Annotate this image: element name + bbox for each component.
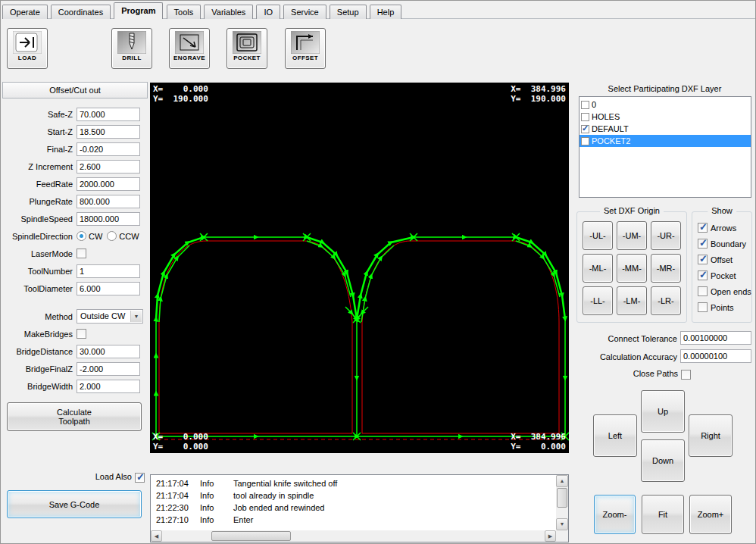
pan-down-button[interactable]: Down	[641, 439, 685, 482]
tab-service[interactable]: Service	[283, 5, 326, 19]
log-horizontal-scrollbar[interactable]: ◀ ▶	[151, 530, 556, 542]
layer-default-checkbox[interactable]	[581, 125, 589, 133]
plungerate-row: PlungeRate	[1, 192, 149, 210]
show-boundary-checkbox[interactable]	[698, 239, 708, 249]
origin-mr-button[interactable]: -MR-	[651, 254, 681, 283]
connect-tolerance-input[interactable]	[680, 331, 751, 345]
node-cross-marks	[152, 233, 569, 440]
make-bridges-checkbox[interactable]	[77, 329, 86, 339]
start-z-input[interactable]	[77, 125, 140, 139]
calculation-accuracy-input[interactable]	[680, 349, 751, 363]
start-z-row: Start-Z	[1, 123, 149, 140]
calculate-toolpath-button[interactable]: Calculate Toolpath	[7, 402, 142, 431]
pan-right-button[interactable]: Right	[689, 414, 733, 457]
show-arrows-checkbox[interactable]	[698, 223, 708, 233]
show-open-ends-checkbox[interactable]	[698, 286, 708, 296]
close-paths-checkbox[interactable]	[681, 370, 691, 380]
origin-mm-button[interactable]: -MM-	[617, 254, 647, 283]
laser-mode-row: LaserMode	[1, 245, 149, 262]
show-offset-checkbox[interactable]	[698, 255, 708, 264]
final-z-label: Final-Z	[1, 145, 77, 154]
save-gcode-button[interactable]: Save G-Code	[7, 490, 142, 518]
make-bridges-row: MakeBridges	[1, 325, 149, 342]
final-z-input[interactable]	[77, 142, 140, 156]
origin-ml-button[interactable]: -ML-	[583, 254, 613, 283]
zoom-in-button[interactable]: Zoom+	[689, 495, 732, 534]
origin-ul-button[interactable]: -UL-	[583, 221, 613, 250]
tooldiameter-input[interactable]	[77, 282, 140, 295]
feedrate-input[interactable]	[77, 177, 140, 191]
zoom-out-button[interactable]: Zoom-	[594, 495, 636, 534]
safe-z-input[interactable]	[77, 108, 140, 121]
layer-row-default[interactable]: DEFAULT	[579, 123, 751, 135]
coord-top-right: X= 384.996Y= 190.000	[511, 84, 566, 104]
horizontal-scroll-thumb[interactable]	[211, 531, 291, 541]
show-open-ends-row: Open ends	[698, 283, 751, 299]
drill-button[interactable]: DRILL	[111, 28, 152, 69]
fit-button[interactable]: Fit	[642, 495, 684, 534]
dxf-layers-title: Select Participating DXF Layer	[573, 84, 756, 93]
show-pocket-row: Pocket	[698, 267, 751, 283]
layer-pocket2-checkbox[interactable]	[581, 137, 589, 145]
load-also-checkbox[interactable]	[135, 473, 145, 483]
log-level: Info	[200, 502, 233, 514]
tooldiameter-row: ToolDiameter	[1, 280, 149, 297]
load-button[interactable]: LOAD	[7, 28, 48, 69]
origin-lr-button[interactable]: -LR-	[651, 286, 681, 315]
dxf-layer-list[interactable]: 0 HOLES DEFAULT POCKET2	[579, 96, 751, 198]
toolnumber-row: ToolNumber	[1, 262, 149, 280]
layer-holes-checkbox[interactable]	[581, 113, 589, 121]
origin-lm-button[interactable]: -LM-	[617, 286, 647, 315]
tab-setup[interactable]: Setup	[330, 5, 367, 19]
layer-row-pocket2[interactable]: POCKET2	[579, 135, 751, 147]
spindlespeed-label: SpindleSpeed	[1, 214, 77, 224]
engrave-button[interactable]: ENGRAVE	[169, 28, 210, 69]
tab-help[interactable]: Help	[370, 5, 402, 19]
bridgefinalz-input[interactable]	[77, 362, 140, 376]
z-increment-input[interactable]	[77, 160, 140, 174]
origin-ll-button[interactable]: -LL-	[583, 286, 613, 315]
layer-0-checkbox[interactable]	[581, 101, 589, 109]
show-pocket-checkbox[interactable]	[698, 270, 708, 280]
tab-io[interactable]: IO	[256, 5, 280, 19]
bridgewidth-input[interactable]	[77, 380, 140, 393]
offset-button[interactable]: OFFSET	[285, 28, 326, 69]
pan-left-button[interactable]: Left	[593, 414, 637, 457]
log-row: 21:17:04 Info tool already in spindle	[156, 489, 555, 502]
origin-um-button[interactable]: -UM-	[617, 221, 647, 250]
spindlespeed-input[interactable]	[77, 212, 140, 226]
plungerate-label: PlungeRate	[1, 197, 77, 206]
tab-variables[interactable]: Variables	[204, 5, 253, 19]
pocket-button[interactable]: POCKET	[226, 28, 267, 69]
cw-radio[interactable]	[77, 231, 86, 241]
vertical-scroll-thumb[interactable]	[557, 488, 567, 508]
scroll-down-icon[interactable]: ▼	[556, 518, 568, 530]
tab-operate[interactable]: Operate	[2, 5, 48, 19]
show-arrows-row: Arrows	[698, 220, 751, 236]
scroll-left-icon[interactable]: ◀	[151, 530, 162, 542]
engrave-icon	[175, 31, 204, 54]
layer-row-0[interactable]: 0	[579, 98, 751, 111]
tab-coordinates[interactable]: Coordinates	[51, 5, 111, 19]
scroll-up-icon[interactable]: ▲	[556, 475, 568, 487]
layer-row-holes[interactable]: HOLES	[579, 111, 751, 123]
layer-default-label: DEFAULT	[592, 124, 629, 133]
preview-canvas[interactable]: X= 0.000Y= 190.000 X= 384.996Y= 190.000 …	[150, 83, 569, 453]
chevron-down-icon[interactable]: ▼	[130, 311, 142, 322]
bridgedistance-input[interactable]	[77, 345, 140, 358]
log-time: 21:22:30	[156, 502, 200, 514]
laser-mode-checkbox[interactable]	[77, 249, 86, 258]
origin-ur-button[interactable]: -UR-	[651, 221, 681, 250]
show-points-checkbox[interactable]	[698, 302, 708, 312]
method-dropdown[interactable]: Outside CW ▼	[77, 309, 143, 324]
log-row: 21:22:30 Info Job ended and rewinded	[156, 502, 555, 514]
plungerate-input[interactable]	[77, 195, 140, 208]
tab-tools[interactable]: Tools	[167, 5, 201, 19]
scroll-right-icon[interactable]: ▶	[545, 530, 556, 542]
pan-up-button[interactable]: Up	[641, 390, 685, 433]
tab-program[interactable]: Program	[114, 2, 163, 19]
tooldiameter-label: ToolDiameter	[1, 284, 77, 293]
log-vertical-scrollbar[interactable]: ▲ ▼	[556, 475, 568, 530]
toolnumber-input[interactable]	[77, 264, 140, 278]
ccw-radio[interactable]	[107, 231, 117, 241]
